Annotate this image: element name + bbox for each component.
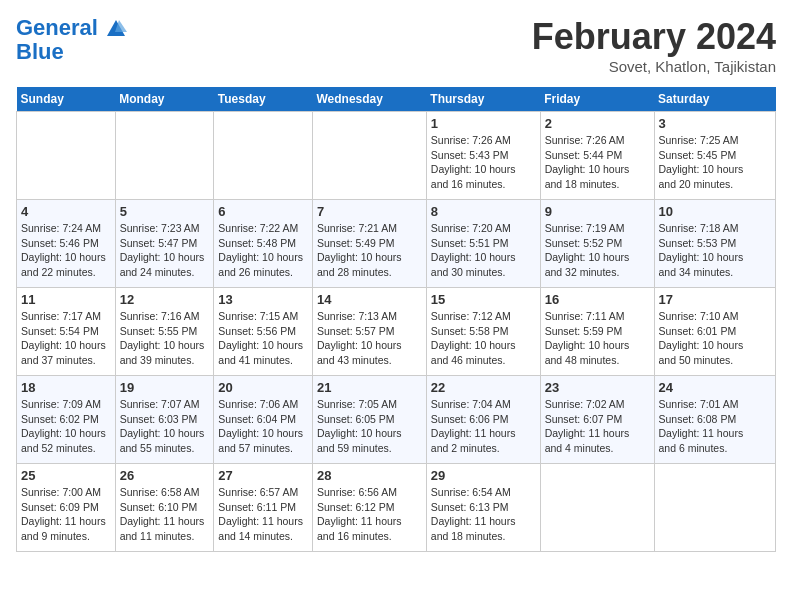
calendar-cell: 23Sunrise: 7:02 AM Sunset: 6:07 PM Dayli… <box>540 376 654 464</box>
page-header: General Blue February 2024 Sovet, Khatlo… <box>16 16 776 75</box>
calendar-cell <box>654 464 776 552</box>
calendar-cell: 6Sunrise: 7:22 AM Sunset: 5:48 PM Daylig… <box>214 200 313 288</box>
day-number: 22 <box>431 380 536 395</box>
day-info: Sunrise: 7:11 AM Sunset: 5:59 PM Dayligh… <box>545 309 650 368</box>
day-info: Sunrise: 7:15 AM Sunset: 5:56 PM Dayligh… <box>218 309 308 368</box>
calendar-cell: 13Sunrise: 7:15 AM Sunset: 5:56 PM Dayli… <box>214 288 313 376</box>
weekday-header-wednesday: Wednesday <box>312 87 426 112</box>
day-number: 26 <box>120 468 210 483</box>
day-info: Sunrise: 6:54 AM Sunset: 6:13 PM Dayligh… <box>431 485 536 544</box>
calendar-cell: 14Sunrise: 7:13 AM Sunset: 5:57 PM Dayli… <box>312 288 426 376</box>
day-info: Sunrise: 7:25 AM Sunset: 5:45 PM Dayligh… <box>659 133 772 192</box>
calendar-cell: 7Sunrise: 7:21 AM Sunset: 5:49 PM Daylig… <box>312 200 426 288</box>
logo-general: General <box>16 15 98 40</box>
day-info: Sunrise: 7:18 AM Sunset: 5:53 PM Dayligh… <box>659 221 772 280</box>
day-info: Sunrise: 7:26 AM Sunset: 5:44 PM Dayligh… <box>545 133 650 192</box>
calendar-cell: 24Sunrise: 7:01 AM Sunset: 6:08 PM Dayli… <box>654 376 776 464</box>
calendar-cell: 18Sunrise: 7:09 AM Sunset: 6:02 PM Dayli… <box>17 376 116 464</box>
calendar-cell: 12Sunrise: 7:16 AM Sunset: 5:55 PM Dayli… <box>115 288 214 376</box>
day-number: 15 <box>431 292 536 307</box>
day-info: Sunrise: 7:26 AM Sunset: 5:43 PM Dayligh… <box>431 133 536 192</box>
day-number: 17 <box>659 292 772 307</box>
calendar-cell <box>214 112 313 200</box>
weekday-header-friday: Friday <box>540 87 654 112</box>
month-title: February 2024 <box>532 16 776 58</box>
day-number: 9 <box>545 204 650 219</box>
calendar-cell: 21Sunrise: 7:05 AM Sunset: 6:05 PM Dayli… <box>312 376 426 464</box>
day-number: 7 <box>317 204 422 219</box>
day-number: 18 <box>21 380 111 395</box>
calendar-cell: 1Sunrise: 7:26 AM Sunset: 5:43 PM Daylig… <box>426 112 540 200</box>
logo-text: General <box>16 16 128 40</box>
day-info: Sunrise: 6:56 AM Sunset: 6:12 PM Dayligh… <box>317 485 422 544</box>
calendar-cell: 28Sunrise: 6:56 AM Sunset: 6:12 PM Dayli… <box>312 464 426 552</box>
day-number: 16 <box>545 292 650 307</box>
weekday-header-row: SundayMondayTuesdayWednesdayThursdayFrid… <box>17 87 776 112</box>
calendar-table: SundayMondayTuesdayWednesdayThursdayFrid… <box>16 87 776 552</box>
calendar-cell: 22Sunrise: 7:04 AM Sunset: 6:06 PM Dayli… <box>426 376 540 464</box>
day-info: Sunrise: 7:20 AM Sunset: 5:51 PM Dayligh… <box>431 221 536 280</box>
calendar-cell: 3Sunrise: 7:25 AM Sunset: 5:45 PM Daylig… <box>654 112 776 200</box>
calendar-cell: 2Sunrise: 7:26 AM Sunset: 5:44 PM Daylig… <box>540 112 654 200</box>
day-number: 28 <box>317 468 422 483</box>
calendar-cell: 4Sunrise: 7:24 AM Sunset: 5:46 PM Daylig… <box>17 200 116 288</box>
day-info: Sunrise: 7:00 AM Sunset: 6:09 PM Dayligh… <box>21 485 111 544</box>
day-number: 14 <box>317 292 422 307</box>
day-info: Sunrise: 7:24 AM Sunset: 5:46 PM Dayligh… <box>21 221 111 280</box>
calendar-week-3: 11Sunrise: 7:17 AM Sunset: 5:54 PM Dayli… <box>17 288 776 376</box>
day-info: Sunrise: 6:58 AM Sunset: 6:10 PM Dayligh… <box>120 485 210 544</box>
calendar-cell: 25Sunrise: 7:00 AM Sunset: 6:09 PM Dayli… <box>17 464 116 552</box>
day-number: 29 <box>431 468 536 483</box>
calendar-cell: 9Sunrise: 7:19 AM Sunset: 5:52 PM Daylig… <box>540 200 654 288</box>
day-number: 21 <box>317 380 422 395</box>
day-info: Sunrise: 7:07 AM Sunset: 6:03 PM Dayligh… <box>120 397 210 456</box>
day-number: 19 <box>120 380 210 395</box>
calendar-cell <box>540 464 654 552</box>
calendar-cell: 20Sunrise: 7:06 AM Sunset: 6:04 PM Dayli… <box>214 376 313 464</box>
day-number: 4 <box>21 204 111 219</box>
calendar-cell: 5Sunrise: 7:23 AM Sunset: 5:47 PM Daylig… <box>115 200 214 288</box>
day-number: 3 <box>659 116 772 131</box>
day-info: Sunrise: 7:06 AM Sunset: 6:04 PM Dayligh… <box>218 397 308 456</box>
day-number: 13 <box>218 292 308 307</box>
logo-blue: Blue <box>16 40 128 64</box>
calendar-cell: 10Sunrise: 7:18 AM Sunset: 5:53 PM Dayli… <box>654 200 776 288</box>
calendar-cell <box>115 112 214 200</box>
day-number: 23 <box>545 380 650 395</box>
day-info: Sunrise: 7:19 AM Sunset: 5:52 PM Dayligh… <box>545 221 650 280</box>
calendar-cell: 16Sunrise: 7:11 AM Sunset: 5:59 PM Dayli… <box>540 288 654 376</box>
calendar-cell <box>312 112 426 200</box>
calendar-week-1: 1Sunrise: 7:26 AM Sunset: 5:43 PM Daylig… <box>17 112 776 200</box>
day-number: 10 <box>659 204 772 219</box>
calendar-cell: 19Sunrise: 7:07 AM Sunset: 6:03 PM Dayli… <box>115 376 214 464</box>
day-number: 12 <box>120 292 210 307</box>
weekday-header-tuesday: Tuesday <box>214 87 313 112</box>
calendar-cell: 17Sunrise: 7:10 AM Sunset: 6:01 PM Dayli… <box>654 288 776 376</box>
weekday-header-thursday: Thursday <box>426 87 540 112</box>
day-number: 6 <box>218 204 308 219</box>
day-number: 5 <box>120 204 210 219</box>
day-info: Sunrise: 7:12 AM Sunset: 5:58 PM Dayligh… <box>431 309 536 368</box>
day-info: Sunrise: 7:09 AM Sunset: 6:02 PM Dayligh… <box>21 397 111 456</box>
calendar-cell: 26Sunrise: 6:58 AM Sunset: 6:10 PM Dayli… <box>115 464 214 552</box>
day-number: 24 <box>659 380 772 395</box>
location-subtitle: Sovet, Khatlon, Tajikistan <box>532 58 776 75</box>
logo: General Blue <box>16 16 128 64</box>
calendar-week-4: 18Sunrise: 7:09 AM Sunset: 6:02 PM Dayli… <box>17 376 776 464</box>
calendar-cell: 29Sunrise: 6:54 AM Sunset: 6:13 PM Dayli… <box>426 464 540 552</box>
day-info: Sunrise: 7:10 AM Sunset: 6:01 PM Dayligh… <box>659 309 772 368</box>
day-info: Sunrise: 7:21 AM Sunset: 5:49 PM Dayligh… <box>317 221 422 280</box>
day-info: Sunrise: 6:57 AM Sunset: 6:11 PM Dayligh… <box>218 485 308 544</box>
calendar-cell: 15Sunrise: 7:12 AM Sunset: 5:58 PM Dayli… <box>426 288 540 376</box>
logo-icon <box>105 18 127 40</box>
weekday-header-sunday: Sunday <box>17 87 116 112</box>
day-info: Sunrise: 7:16 AM Sunset: 5:55 PM Dayligh… <box>120 309 210 368</box>
title-block: February 2024 Sovet, Khatlon, Tajikistan <box>532 16 776 75</box>
calendar-cell: 11Sunrise: 7:17 AM Sunset: 5:54 PM Dayli… <box>17 288 116 376</box>
day-number: 2 <box>545 116 650 131</box>
day-number: 1 <box>431 116 536 131</box>
day-info: Sunrise: 7:05 AM Sunset: 6:05 PM Dayligh… <box>317 397 422 456</box>
day-info: Sunrise: 7:04 AM Sunset: 6:06 PM Dayligh… <box>431 397 536 456</box>
calendar-cell: 8Sunrise: 7:20 AM Sunset: 5:51 PM Daylig… <box>426 200 540 288</box>
day-number: 27 <box>218 468 308 483</box>
